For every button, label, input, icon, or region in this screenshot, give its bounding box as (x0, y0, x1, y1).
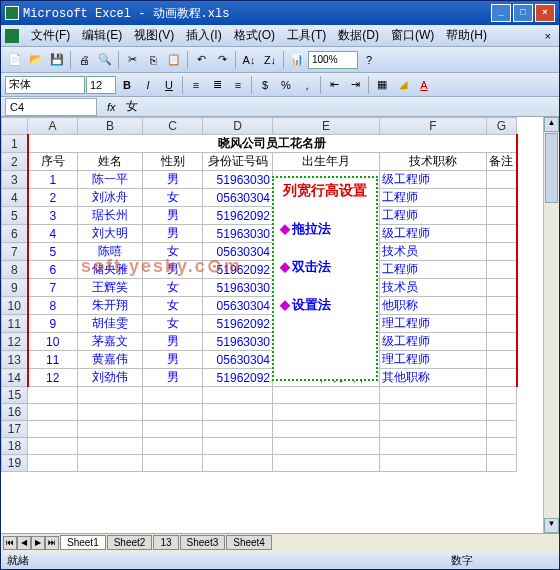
cell[interactable]: 51963030 (203, 333, 273, 351)
row-header[interactable]: 9 (2, 279, 28, 297)
chart-icon[interactable]: 📊 (287, 50, 307, 70)
zoom-field[interactable]: 100% (308, 51, 358, 69)
cell[interactable] (487, 387, 517, 404)
cell[interactable] (273, 387, 380, 404)
cell[interactable]: 05630304 (203, 297, 273, 315)
cell[interactable] (487, 279, 517, 297)
cell[interactable] (487, 438, 517, 455)
row-header[interactable]: 1 (2, 135, 28, 153)
cell[interactable]: 3 (28, 207, 78, 225)
cell[interactable]: 6 (28, 261, 78, 279)
header-cell[interactable]: 序号 (28, 153, 78, 171)
sort-desc-icon[interactable]: Z↓ (260, 50, 280, 70)
indent-dec-icon[interactable]: ⇤ (324, 75, 344, 95)
cell[interactable]: 琚长州 (78, 207, 143, 225)
cell[interactable] (203, 438, 273, 455)
save-icon[interactable]: 💾 (47, 50, 67, 70)
cell[interactable]: 男 (143, 333, 203, 351)
col-header[interactable]: E (273, 118, 380, 135)
header-cell[interactable]: 性别 (143, 153, 203, 171)
cell[interactable]: 51963030 (203, 171, 273, 189)
col-header[interactable]: B (78, 118, 143, 135)
header-cell[interactable]: 身份证号码 (203, 153, 273, 171)
cell[interactable]: 理工程师 (380, 315, 487, 333)
cell-reference-field[interactable]: C4 (5, 98, 97, 116)
menu-item[interactable]: 帮助(H) (440, 25, 493, 46)
new-icon[interactable]: 📄 (5, 50, 25, 70)
row-header[interactable]: 14 (2, 369, 28, 387)
copy-icon[interactable]: ⎘ (143, 50, 163, 70)
cell[interactable] (487, 243, 517, 261)
cell[interactable]: 51963030 (203, 279, 273, 297)
title-cell[interactable]: 晓风公司员工花名册 (28, 135, 517, 153)
sheet-tab[interactable]: Sheet2 (107, 535, 153, 550)
cell[interactable]: 其他职称 (380, 369, 487, 387)
cell[interactable] (28, 438, 78, 455)
cell[interactable] (78, 421, 143, 438)
cell[interactable]: 理工程师 (380, 351, 487, 369)
cell[interactable]: 51963030 (203, 225, 273, 243)
header-cell[interactable]: 技术职称 (380, 153, 487, 171)
scroll-thumb[interactable] (545, 133, 558, 203)
row-header[interactable]: 11 (2, 315, 28, 333)
row-header[interactable]: 8 (2, 261, 28, 279)
cell[interactable]: 男 (143, 225, 203, 243)
cell[interactable] (203, 404, 273, 421)
cell[interactable] (273, 421, 380, 438)
cell[interactable] (487, 261, 517, 279)
cell[interactable] (78, 455, 143, 472)
cell[interactable] (487, 207, 517, 225)
cell[interactable] (28, 455, 78, 472)
cell[interactable]: 男 (143, 351, 203, 369)
font-color-icon[interactable]: A (414, 75, 434, 95)
worksheet[interactable]: ABCDEFG1晓风公司员工花名册2序号姓名性别身份证号码出生年月技术职称备注3… (1, 117, 559, 533)
cell[interactable] (203, 455, 273, 472)
cell[interactable] (487, 351, 517, 369)
cell[interactable]: 7 (28, 279, 78, 297)
cell[interactable] (487, 297, 517, 315)
cell[interactable]: 胡佳雯 (78, 315, 143, 333)
minimize-button[interactable]: _ (491, 4, 511, 22)
cell[interactable]: 女 (143, 243, 203, 261)
col-header[interactable]: A (28, 118, 78, 135)
row-header[interactable]: 18 (2, 438, 28, 455)
cell[interactable] (28, 387, 78, 404)
cell[interactable] (203, 421, 273, 438)
cell[interactable]: 工程师 (380, 189, 487, 207)
italic-button[interactable]: I (138, 75, 158, 95)
cell[interactable] (487, 421, 517, 438)
cell[interactable]: 他职称 (380, 297, 487, 315)
row-header[interactable]: 4 (2, 189, 28, 207)
row-header[interactable]: 16 (2, 404, 28, 421)
align-left-icon[interactable]: ≡ (186, 75, 206, 95)
cell[interactable]: 51962092 (203, 261, 273, 279)
app-menu-icon[interactable] (5, 29, 19, 43)
formula-field[interactable]: 女 (126, 98, 138, 115)
sheet-tab[interactable]: Sheet1 (60, 535, 106, 550)
open-icon[interactable]: 📂 (26, 50, 46, 70)
cell[interactable]: 51962092 (203, 315, 273, 333)
sheet-tab[interactable]: Sheet3 (180, 535, 226, 550)
select-all[interactable] (2, 118, 28, 135)
cell[interactable] (487, 333, 517, 351)
cell[interactable]: 女 (143, 279, 203, 297)
align-right-icon[interactable]: ≡ (228, 75, 248, 95)
preview-icon[interactable]: 🔍 (95, 50, 115, 70)
cell[interactable] (143, 421, 203, 438)
currency-icon[interactable]: $ (255, 75, 275, 95)
tab-prev-icon[interactable]: ◀ (17, 536, 31, 550)
cell[interactable]: 陈嘻 (78, 243, 143, 261)
row-header[interactable]: 5 (2, 207, 28, 225)
cell[interactable] (380, 438, 487, 455)
cell[interactable] (143, 404, 203, 421)
cell[interactable] (487, 369, 517, 387)
menu-item[interactable]: 插入(I) (180, 25, 227, 46)
cell[interactable] (78, 404, 143, 421)
cell[interactable] (273, 404, 380, 421)
cell[interactable]: 51962092 (203, 369, 273, 387)
cell[interactable]: 9 (28, 315, 78, 333)
cell[interactable] (28, 404, 78, 421)
sheet-tab[interactable]: Sheet4 (226, 535, 272, 550)
underline-button[interactable]: U (159, 75, 179, 95)
cell[interactable] (143, 455, 203, 472)
